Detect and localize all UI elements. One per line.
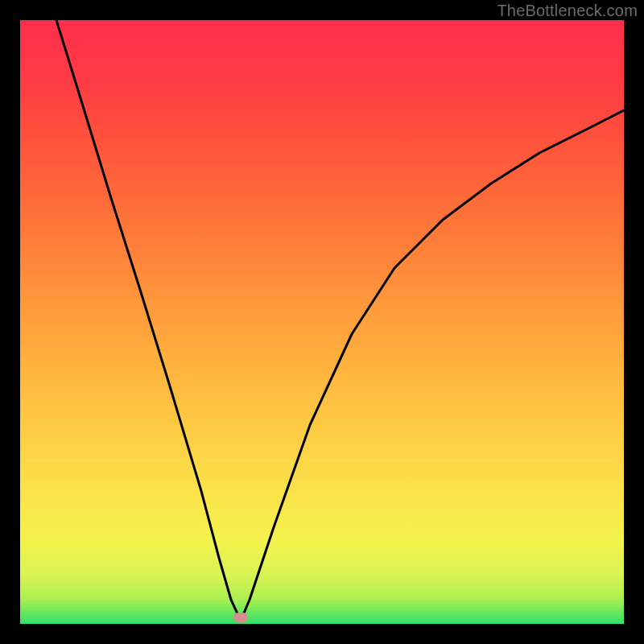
chart-frame: TheBottleneck.com <box>0 0 644 644</box>
plot-area <box>20 20 624 624</box>
curve-path <box>56 20 624 621</box>
watermark-text: TheBottleneck.com <box>497 2 638 20</box>
optimal-marker <box>233 613 248 622</box>
bottleneck-curve <box>20 20 624 624</box>
